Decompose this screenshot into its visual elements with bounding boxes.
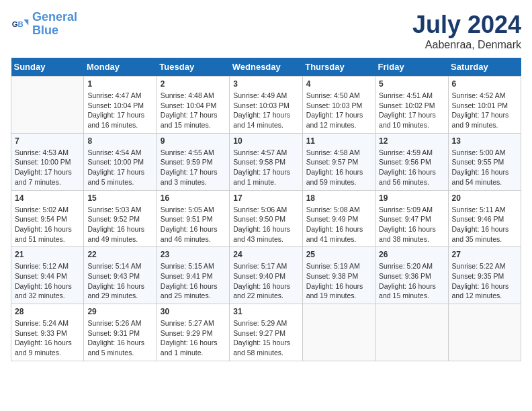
logo-text: General Blue xyxy=(32,11,77,38)
day-info: Sunrise: 5:17 AMSunset: 9:40 PMDaylight:… xyxy=(233,261,298,301)
calendar-cell: 15Sunrise: 5:03 AMSunset: 9:52 PMDayligh… xyxy=(84,190,157,247)
day-info: Sunrise: 5:09 AMSunset: 9:47 PMDaylight:… xyxy=(379,205,444,244)
calendar-cell: 24Sunrise: 5:17 AMSunset: 9:40 PMDayligh… xyxy=(230,247,302,304)
day-info: Sunrise: 5:03 AMSunset: 9:52 PMDaylight:… xyxy=(87,205,152,244)
day-info: Sunrise: 5:11 AMSunset: 9:46 PMDaylight:… xyxy=(452,205,517,244)
day-number: 28 xyxy=(15,307,80,316)
weekday-header-saturday: Saturday xyxy=(448,58,521,77)
weekday-header-friday: Friday xyxy=(375,58,448,77)
day-number: 18 xyxy=(306,193,371,203)
day-number: 9 xyxy=(161,136,226,146)
calendar-cell: 25Sunrise: 5:19 AMSunset: 9:38 PMDayligh… xyxy=(302,247,375,304)
calendar-cell: 7Sunrise: 4:53 AMSunset: 10:00 PMDayligh… xyxy=(11,133,84,190)
svg-text:G: G xyxy=(12,19,18,28)
day-info: Sunrise: 5:15 AMSunset: 9:41 PMDaylight:… xyxy=(161,261,226,301)
calendar-cell: 12Sunrise: 4:59 AMSunset: 9:56 PMDayligh… xyxy=(375,133,448,190)
calendar-cell: 5Sunrise: 4:51 AMSunset: 10:02 PMDayligh… xyxy=(375,77,448,134)
calendar-cell: 9Sunrise: 4:55 AMSunset: 9:59 PMDaylight… xyxy=(157,133,229,190)
calendar-cell: 20Sunrise: 5:11 AMSunset: 9:46 PMDayligh… xyxy=(448,190,521,247)
logo-icon: G B xyxy=(11,15,30,34)
calendar-cell: 31Sunrise: 5:29 AMSunset: 9:27 PMDayligh… xyxy=(230,304,302,361)
calendar-cell: 11Sunrise: 4:58 AMSunset: 9:57 PMDayligh… xyxy=(302,133,375,190)
day-info: Sunrise: 5:05 AMSunset: 9:51 PMDaylight:… xyxy=(161,205,226,244)
day-info: Sunrise: 5:02 AMSunset: 9:54 PMDaylight:… xyxy=(15,205,80,244)
calendar-cell: 17Sunrise: 5:06 AMSunset: 9:50 PMDayligh… xyxy=(230,190,302,247)
day-number: 8 xyxy=(87,136,152,146)
day-number: 16 xyxy=(161,193,226,203)
logo: G B General Blue xyxy=(11,11,77,38)
day-number: 6 xyxy=(452,79,517,89)
calendar-cell: 16Sunrise: 5:05 AMSunset: 9:51 PMDayligh… xyxy=(157,190,229,247)
calendar-week-5: 28Sunrise: 5:24 AMSunset: 9:33 PMDayligh… xyxy=(11,304,521,361)
calendar-cell: 30Sunrise: 5:27 AMSunset: 9:29 PMDayligh… xyxy=(157,304,229,361)
day-number: 20 xyxy=(452,193,517,203)
day-info: Sunrise: 5:14 AMSunset: 9:43 PMDaylight:… xyxy=(87,261,152,301)
calendar-cell: 27Sunrise: 5:22 AMSunset: 9:35 PMDayligh… xyxy=(448,247,521,304)
day-number: 13 xyxy=(452,136,517,146)
day-info: Sunrise: 4:52 AMSunset: 10:01 PMDaylight… xyxy=(452,91,517,130)
day-number: 11 xyxy=(306,136,371,146)
weekday-header-row: SundayMondayTuesdayWednesdayThursdayFrid… xyxy=(11,58,521,77)
day-number: 10 xyxy=(233,136,298,146)
day-info: Sunrise: 4:49 AMSunset: 10:03 PMDaylight… xyxy=(233,91,298,130)
logo-line2: Blue xyxy=(32,24,58,37)
day-info: Sunrise: 4:48 AMSunset: 10:04 PMDaylight… xyxy=(161,91,226,130)
day-info: Sunrise: 5:29 AMSunset: 9:27 PMDaylight:… xyxy=(233,318,298,358)
calendar-cell: 26Sunrise: 5:20 AMSunset: 9:36 PMDayligh… xyxy=(375,247,448,304)
calendar-cell: 18Sunrise: 5:08 AMSunset: 9:49 PMDayligh… xyxy=(302,190,375,247)
day-number: 5 xyxy=(379,79,444,89)
title-block: July 2024 Aabenraa, Denmark xyxy=(412,11,521,51)
day-number: 3 xyxy=(233,79,298,89)
day-number: 17 xyxy=(233,193,298,203)
day-info: Sunrise: 5:27 AMSunset: 9:29 PMDaylight:… xyxy=(161,318,226,358)
month-title: July 2024 xyxy=(412,11,521,39)
day-info: Sunrise: 4:58 AMSunset: 9:57 PMDaylight:… xyxy=(306,148,371,187)
calendar-cell: 23Sunrise: 5:15 AMSunset: 9:41 PMDayligh… xyxy=(157,247,229,304)
day-number: 2 xyxy=(161,79,226,89)
day-info: Sunrise: 5:24 AMSunset: 9:33 PMDaylight:… xyxy=(15,318,80,358)
day-info: Sunrise: 4:50 AMSunset: 10:03 PMDaylight… xyxy=(306,91,371,130)
calendar-cell: 8Sunrise: 4:54 AMSunset: 10:00 PMDayligh… xyxy=(84,133,157,190)
day-info: Sunrise: 5:08 AMSunset: 9:49 PMDaylight:… xyxy=(306,205,371,244)
calendar-cell: 14Sunrise: 5:02 AMSunset: 9:54 PMDayligh… xyxy=(11,190,84,247)
day-number: 15 xyxy=(87,193,152,203)
day-number: 31 xyxy=(233,307,298,316)
calendar-week-2: 7Sunrise: 4:53 AMSunset: 10:00 PMDayligh… xyxy=(11,133,521,190)
calendar-cell: 21Sunrise: 5:12 AMSunset: 9:44 PMDayligh… xyxy=(11,247,84,304)
page-header: G B General Blue July 2024 Aabenraa, Den… xyxy=(11,11,521,51)
calendar-cell: 19Sunrise: 5:09 AMSunset: 9:47 PMDayligh… xyxy=(375,190,448,247)
weekday-header-monday: Monday xyxy=(84,58,157,77)
day-number: 1 xyxy=(87,79,152,89)
calendar-week-3: 14Sunrise: 5:02 AMSunset: 9:54 PMDayligh… xyxy=(11,190,521,247)
svg-text:B: B xyxy=(18,19,24,28)
day-info: Sunrise: 5:12 AMSunset: 9:44 PMDaylight:… xyxy=(15,261,80,301)
calendar-cell: 4Sunrise: 4:50 AMSunset: 10:03 PMDayligh… xyxy=(302,77,375,134)
day-number: 30 xyxy=(161,307,226,316)
day-number: 4 xyxy=(306,79,371,89)
calendar-cell: 22Sunrise: 5:14 AMSunset: 9:43 PMDayligh… xyxy=(84,247,157,304)
calendar-cell: 3Sunrise: 4:49 AMSunset: 10:03 PMDayligh… xyxy=(230,77,302,134)
calendar-cell xyxy=(448,304,521,361)
day-info: Sunrise: 4:57 AMSunset: 9:58 PMDaylight:… xyxy=(233,148,298,187)
calendar-cell: 2Sunrise: 4:48 AMSunset: 10:04 PMDayligh… xyxy=(157,77,229,134)
day-number: 19 xyxy=(379,193,444,203)
day-info: Sunrise: 4:59 AMSunset: 9:56 PMDaylight:… xyxy=(379,148,444,187)
location: Aabenraa, Denmark xyxy=(412,39,521,51)
calendar-week-1: 1Sunrise: 4:47 AMSunset: 10:04 PMDayligh… xyxy=(11,77,521,134)
day-info: Sunrise: 4:54 AMSunset: 10:00 PMDaylight… xyxy=(87,148,152,187)
day-info: Sunrise: 4:47 AMSunset: 10:04 PMDaylight… xyxy=(87,91,152,130)
calendar-cell xyxy=(11,77,84,134)
day-info: Sunrise: 5:00 AMSunset: 9:55 PMDaylight:… xyxy=(452,148,517,187)
day-info: Sunrise: 5:22 AMSunset: 9:35 PMDaylight:… xyxy=(452,261,517,301)
day-info: Sunrise: 5:06 AMSunset: 9:50 PMDaylight:… xyxy=(233,205,298,244)
day-number: 27 xyxy=(452,250,517,259)
day-info: Sunrise: 5:20 AMSunset: 9:36 PMDaylight:… xyxy=(379,261,444,301)
day-number: 26 xyxy=(379,250,444,259)
calendar-cell: 1Sunrise: 4:47 AMSunset: 10:04 PMDayligh… xyxy=(84,77,157,134)
weekday-header-thursday: Thursday xyxy=(302,58,375,77)
calendar-cell xyxy=(302,304,375,361)
calendar-cell: 29Sunrise: 5:26 AMSunset: 9:31 PMDayligh… xyxy=(84,304,157,361)
svg-marker-2 xyxy=(24,19,28,26)
day-number: 24 xyxy=(233,250,298,259)
day-number: 7 xyxy=(15,136,80,146)
